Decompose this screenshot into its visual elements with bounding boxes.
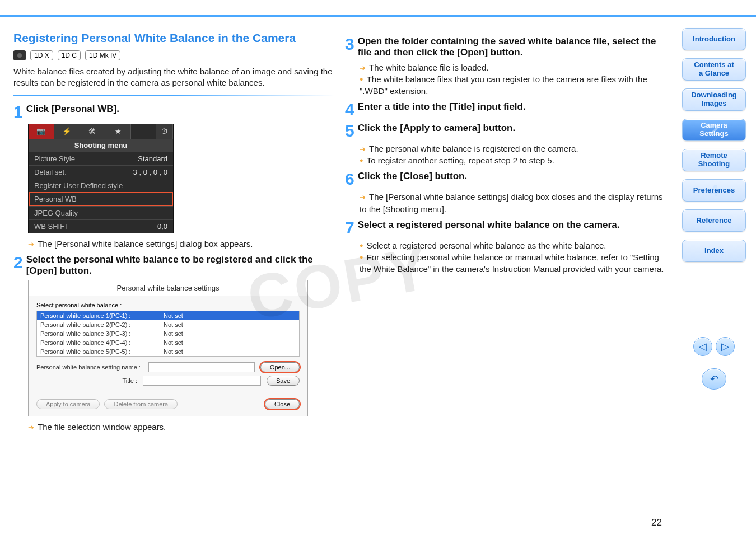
step-title: Open the folder containing the saved whi… bbox=[358, 36, 656, 58]
nav-label: Index bbox=[704, 247, 724, 255]
menu-row: WB SHIFT0,0 bbox=[29, 219, 173, 233]
step-2: 2 Select the personal white balance to b… bbox=[13, 254, 335, 277]
list-item: Personal white balance 4(PC-4) :Not set bbox=[37, 338, 299, 347]
nav-label: DownloadingImages bbox=[691, 91, 737, 108]
camera-badge: 1D C bbox=[58, 50, 81, 60]
menu-row-personal-wb: Personal WB bbox=[29, 192, 173, 206]
step-sub: The personal white balance is registered… bbox=[360, 143, 666, 154]
list-item: Personal white balance 1(PC-1) :Not set bbox=[37, 311, 299, 320]
step-4: 4Enter a title into the [Title] input fi… bbox=[345, 101, 666, 118]
camera-badges-row: 1D X 1D C 1D Mk IV bbox=[13, 50, 335, 60]
nav-index[interactable]: Index bbox=[682, 240, 746, 262]
step-number: 4 bbox=[345, 101, 354, 118]
intro-text: White balance files created by adjusting… bbox=[13, 66, 335, 89]
step-sub: The white balance files that you can reg… bbox=[360, 73, 666, 97]
camera-icon bbox=[13, 50, 26, 60]
sidebar-nav: IntroductionContents ata Glance1Download… bbox=[678, 17, 756, 534]
next-page-button[interactable]: ▷ bbox=[716, 337, 735, 356]
nav-label: Contents ata Glance bbox=[694, 61, 734, 78]
step-sub: To register another setting, repeat step… bbox=[360, 154, 666, 166]
menu-row: Detail set.3 , 0 , 0 , 0 bbox=[29, 165, 173, 179]
step-number: 5 bbox=[345, 123, 354, 139]
shooting-menu-header: Shooting menu bbox=[29, 139, 173, 152]
step-number: 1 bbox=[13, 104, 23, 120]
nav-label: CameraSettings bbox=[699, 121, 728, 138]
step-number: 2 bbox=[13, 254, 23, 271]
divider bbox=[13, 95, 335, 96]
step-title: Click the [Apply to camera] button. bbox=[358, 123, 515, 133]
step-title: Click [Personal WB]. bbox=[26, 104, 119, 114]
page-number: 22 bbox=[651, 517, 662, 528]
dialog-title: Personal white balance settings bbox=[29, 280, 307, 296]
step-5: 5Click the [Apply to camera] button. bbox=[345, 123, 666, 139]
list-item: Personal white balance 5(PC-5) :Not set bbox=[37, 347, 299, 356]
name-input[interactable] bbox=[148, 362, 255, 372]
menu-row: Register User Defined style bbox=[29, 179, 173, 192]
step-title: Click the [Close] button. bbox=[358, 171, 468, 181]
nav-reference[interactable]: Reference bbox=[682, 209, 746, 232]
menu-tab-tools-icon: 🛠 bbox=[80, 124, 106, 139]
step-number: 6 bbox=[345, 171, 354, 188]
shooting-menu-screenshot: 📷 ⚡ 🛠 ★ ⏱ Shooting menu Picture StyleSta… bbox=[28, 124, 174, 233]
step-3: 3Open the folder containing the saved wh… bbox=[345, 36, 666, 58]
step-title: Enter a title into the [Title] input fie… bbox=[358, 101, 526, 112]
nav-downloading-images[interactable]: 1DownloadingImages bbox=[682, 88, 746, 111]
open-button[interactable]: Open... bbox=[260, 362, 300, 372]
nav-label: RemoteShooting bbox=[698, 152, 730, 168]
delete-from-camera-button[interactable]: Delete from camera bbox=[104, 399, 178, 409]
menu-row: JPEG Quality bbox=[29, 206, 173, 219]
nav-label: Introduction bbox=[693, 35, 735, 44]
step-1-result: The [Personal white balance settings] di… bbox=[28, 238, 335, 250]
nav-remote-shooting[interactable]: 3RemoteShooting bbox=[682, 149, 746, 171]
camera-badge: 1D Mk IV bbox=[85, 50, 120, 60]
step-sub: Select a registered personal white balan… bbox=[360, 240, 666, 251]
step-2-result: The file selection window appears. bbox=[28, 421, 335, 433]
dialog-list: Personal white balance 1(PC-1) :Not set … bbox=[36, 311, 300, 357]
step-title: Select a registered personal white balan… bbox=[358, 219, 620, 230]
nav-contents-at-a-glance[interactable]: Contents ata Glance bbox=[682, 58, 746, 81]
menu-row: Picture StyleStandard bbox=[29, 152, 173, 165]
nav-camera-settings[interactable]: 2CameraSettings bbox=[682, 119, 746, 141]
step-sub: For selecting personal white balance or … bbox=[360, 251, 666, 275]
title-input[interactable] bbox=[143, 376, 261, 386]
menu-tab-star-icon: ★ bbox=[105, 124, 131, 139]
back-button[interactable]: ↶ bbox=[702, 368, 726, 390]
apply-to-camera-button[interactable]: Apply to camera bbox=[36, 399, 100, 409]
menu-tab-camera-icon: 📷 bbox=[29, 124, 54, 139]
nav-label: Reference bbox=[697, 217, 732, 225]
nav-preferences[interactable]: 4Preferences bbox=[682, 179, 746, 202]
step-7: 7Select a registered personal white bala… bbox=[345, 219, 666, 236]
section-title: Registering Personal White Balance in th… bbox=[13, 31, 335, 45]
title-label: Title : bbox=[36, 377, 137, 384]
menu-tab-timer-icon: ⏱ bbox=[156, 124, 173, 139]
prev-page-button[interactable]: ◁ bbox=[693, 337, 712, 356]
save-button[interactable]: Save bbox=[267, 376, 300, 386]
step-number: 3 bbox=[345, 36, 354, 53]
step-number: 7 bbox=[345, 219, 354, 236]
menu-tab-flash-icon: ⚡ bbox=[54, 124, 80, 139]
name-label: Personal white balance setting name : bbox=[36, 364, 143, 371]
step-sub: The white balance file is loaded. bbox=[360, 62, 666, 73]
close-button[interactable]: Close bbox=[265, 399, 300, 409]
step-1: 1 Click [Personal WB]. bbox=[13, 104, 335, 120]
list-item: Personal white balance 2(PC-2) :Not set bbox=[37, 320, 299, 329]
nav-label: Preferences bbox=[693, 186, 735, 195]
menu-tab-spacer bbox=[131, 124, 156, 139]
step-title: Select the personal white balance to be … bbox=[26, 254, 313, 276]
camera-badge: 1D X bbox=[30, 50, 53, 60]
nav-introduction[interactable]: Introduction bbox=[682, 28, 746, 50]
list-item: Personal white balance 3(PC-3) :Not set bbox=[37, 329, 299, 338]
step-sub: The [Personal white balance settings] di… bbox=[360, 191, 666, 214]
pwb-dialog-screenshot: Personal white balance settings Select p… bbox=[28, 280, 308, 416]
step-6: 6Click the [Close] button. bbox=[345, 171, 666, 188]
dialog-list-label: Select personal white balance : bbox=[36, 302, 300, 308]
